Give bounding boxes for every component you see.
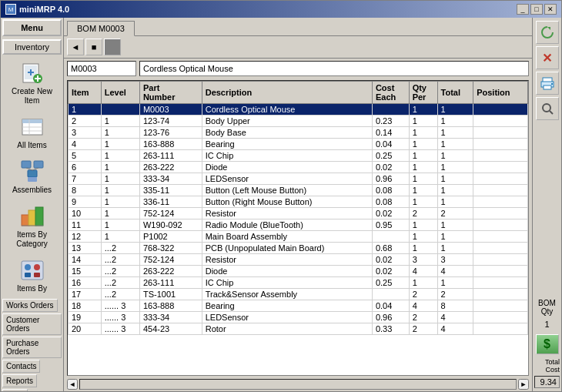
cell-item: 7 [69,173,102,185]
cell-qty-per: 1 [409,104,437,116]
col-part-number: PartNumber [139,82,202,104]
toggle-btn-1[interactable]: ■ [85,39,102,55]
minimize-button[interactable]: _ [517,4,529,15]
cell-qty-per: 1 [409,196,437,208]
print-icon [540,76,554,90]
svg-rect-26 [34,273,40,277]
table-row[interactable]: 31123-76Body Base0.1411 [69,127,528,139]
purchase-orders-button[interactable]: Purchase Orders [2,337,62,358]
tools-button[interactable]: Tools [2,389,28,391]
customer-orders-button[interactable]: Customer Orders [2,313,62,335]
horizontal-scrollbar[interactable] [79,379,517,390]
cell-position [473,150,528,162]
table-row[interactable]: 51263-111IC Chip0.2511 [69,150,528,162]
cell-part-number: P1002 [139,231,202,243]
table-row[interactable]: 20...... 3454-23Rotor0.3324 [69,323,528,335]
cell-part-number: 333-34 [139,312,202,323]
table-row[interactable]: 15...2263-222Diode0.0244 [69,266,528,277]
table-header: Item Level PartNumber Description CostEa… [69,82,528,104]
sidebar-item-items-by-category[interactable]: Items ByCategory [1,199,63,253]
back-button[interactable]: ◄ [67,39,84,55]
cell-level: 1 [101,139,139,150]
cell-description: Button (Right Mouse Button) [202,196,372,208]
cell-total: 1 [437,219,473,231]
bom-qty-label: BOM Qty [534,299,560,316]
excel-button[interactable]: ✕ [536,46,559,69]
cell-position [473,254,528,266]
svg-point-24 [34,264,40,270]
table-row[interactable]: 111W190-092Radio Module (BlueTooth)0.951… [69,219,528,231]
cell-description: Radio Module (BlueTooth) [202,219,372,231]
bom-id-input[interactable] [67,61,136,76]
table-row[interactable]: 61263-222Diode0.0211 [69,162,528,173]
cell-total: 4 [437,312,473,323]
bottom-nav: Works Orders Customer Orders Purchase Or… [1,298,63,391]
assemblies-label: Assemblies [12,186,52,195]
table-row[interactable]: 13...2768-322PCB (Unpopulated Main Board… [69,243,528,254]
cell-level: 1 [101,185,139,196]
refresh-icon [540,25,554,39]
svg-rect-29 [544,85,551,89]
table-row[interactable]: 101752-124Resistor0.0222 [69,208,528,219]
cell-total: 3 [437,254,473,266]
tab-bom-m0003[interactable]: BOM M0003 [67,21,135,36]
cell-item: 18 [69,300,102,312]
toggle-btn-2[interactable] [104,39,121,55]
print-button[interactable] [536,72,559,95]
cell-cost-each: 0.02 [372,254,409,266]
cell-item: 20 [69,323,102,335]
table-row[interactable]: 14...2752-124Resistor0.0233 [69,254,528,266]
app-icon: M [5,4,16,15]
sidebar-item-items-by[interactable]: Items By [1,253,63,298]
table-row[interactable]: 19...... 3333-34LEDSensor0.9624 [69,312,528,323]
cell-item: 9 [69,196,102,208]
cell-total: 1 [437,150,473,162]
cell-part-number: 752-124 [139,208,202,219]
table-row[interactable]: 21123-74Body Upper0.2311 [69,116,528,127]
cell-cost-each: 0.95 [372,219,409,231]
sidebar-item-all-items[interactable]: All Items [1,110,63,155]
table-row[interactable]: 16...2263-111IC Chip0.2511 [69,277,528,289]
cell-item: 12 [69,231,102,243]
cell-item: 4 [69,139,102,150]
scroll-area: ◄ ► [64,377,532,391]
table-row[interactable]: 1M0003Cordless Optical Mouse11 [69,104,528,116]
maximize-button[interactable]: □ [530,4,543,15]
cell-qty-per: 2 [409,312,437,323]
scroll-right-button[interactable]: ► [518,379,529,390]
search-button[interactable] [536,97,559,120]
cell-description: Button (Left Mouse Button) [202,185,372,196]
table-row[interactable]: 81335-11Button (Left Mouse Button)0.0811 [69,185,528,196]
svg-line-32 [550,111,553,114]
inventory-button[interactable]: Inventory [2,39,62,55]
cell-level: 1 [101,208,139,219]
sidebar-item-create-new-item[interactable]: Create NewItem [1,56,63,110]
contacts-button[interactable]: Contacts [2,360,40,373]
cell-level: 1 [101,127,139,139]
svg-rect-25 [25,273,31,277]
table-row[interactable]: 17...2TS-1001Track&Sensor Assembly22 [69,289,528,300]
cell-item: 6 [69,162,102,173]
sidebar-item-assemblies[interactable]: Assemblies [1,155,63,199]
table-row[interactable]: 71333-34LEDSensor0.9611 [69,173,528,185]
menu-button[interactable]: Menu [2,19,62,36]
table-row[interactable]: 41163-888Bearing0.0411 [69,139,528,150]
refresh-button[interactable] [536,21,559,44]
cell-description: Cordless Optical Mouse [202,104,372,116]
cell-item: 2 [69,116,102,127]
cell-qty-per: 1 [409,139,437,150]
scroll-left-button[interactable]: ◄ [67,379,78,390]
table-row[interactable]: 18...... 3163-888Bearing0.0448 [69,300,528,312]
table-row[interactable]: 91336-11Button (Right Mouse Button)0.081… [69,196,528,208]
cell-total: 1 [437,104,473,116]
bom-desc-input[interactable] [139,61,529,76]
cell-cost-each: 0.08 [372,196,409,208]
cost-button[interactable]: $ [536,334,559,354]
reports-button[interactable]: Reports [2,374,37,387]
table-body: 1M0003Cordless Optical Mouse1121123-74Bo… [69,104,528,335]
cell-description: PCB (Unpopulated Main Board) [202,243,372,254]
works-orders-button[interactable]: Works Orders [2,299,58,312]
close-button[interactable]: ✕ [544,4,557,15]
table-row[interactable]: 121P1002Main Board Assembly11 [69,231,528,243]
cell-position [473,173,528,185]
